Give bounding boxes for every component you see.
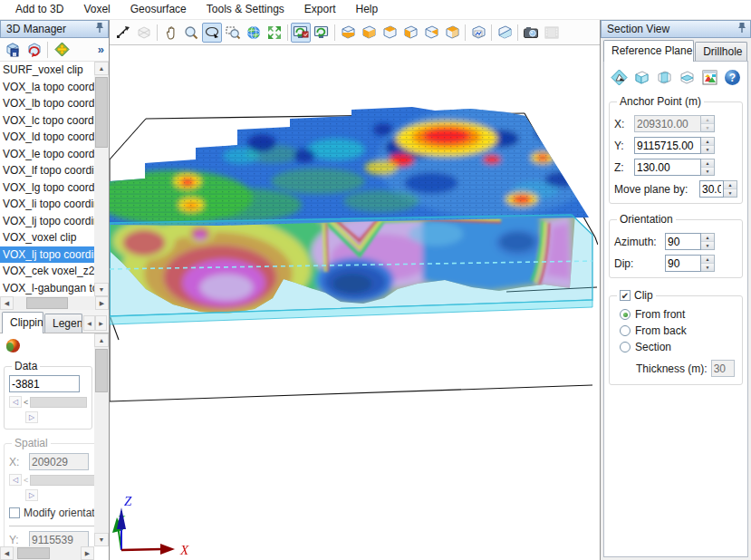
anchor-z-input[interactable] bbox=[634, 159, 701, 176]
tree-item[interactable]: VOX_lf topo coordinat bbox=[0, 162, 94, 179]
help-icon[interactable]: ? bbox=[722, 67, 742, 87]
reload-view-button[interactable] bbox=[24, 40, 43, 60]
tree-item[interactable]: VOX_ld topo coordinat bbox=[0, 129, 94, 146]
cube-stats-icon[interactable] bbox=[468, 23, 488, 43]
tree-item[interactable]: SURF_voxel clip bbox=[0, 62, 94, 79]
menu-geosurface[interactable]: Geosurface bbox=[120, 0, 197, 19]
scroll-left-icon[interactable]: ◀ bbox=[0, 296, 14, 310]
fit-to-extents-icon[interactable] bbox=[265, 23, 284, 43]
scroll-right-icon[interactable]: ▶ bbox=[81, 546, 94, 560]
tab-scroll-right-icon[interactable]: ▶ bbox=[95, 315, 107, 331]
spin-up-icon[interactable]: ▲ bbox=[701, 116, 714, 124]
group-objects-icon[interactable] bbox=[134, 23, 154, 43]
lasso-select-icon[interactable] bbox=[202, 23, 222, 43]
spatial-slider[interactable] bbox=[30, 475, 94, 486]
tab-reference-plane[interactable]: Reference Plane bbox=[603, 40, 694, 62]
tab-drillhole[interactable]: Drillhole bbox=[695, 42, 747, 61]
zoom-icon[interactable] bbox=[181, 23, 201, 43]
scrollbar-thumb[interactable] bbox=[26, 297, 68, 309]
spin-down-icon[interactable]: ▼ bbox=[701, 146, 714, 153]
zoom-box-icon[interactable] bbox=[223, 23, 243, 43]
anchor-x-input[interactable] bbox=[634, 115, 701, 132]
scrollbar-thumb[interactable] bbox=[95, 349, 108, 392]
3d-scene[interactable]: Y Z X bbox=[110, 45, 598, 560]
clipping-plane[interactable] bbox=[110, 215, 592, 324]
tab-legend[interactable]: Legend bbox=[44, 314, 82, 333]
spin-up-icon[interactable]: ▲ bbox=[701, 234, 714, 242]
tree-item[interactable]: VOX_cek voxel_z2 bbox=[0, 263, 94, 280]
spin-up-icon[interactable]: ▲ bbox=[701, 159, 714, 168]
view-cube-back-icon[interactable] bbox=[442, 23, 462, 43]
tree-item[interactable]: VOX_li topo coordinat bbox=[0, 196, 94, 213]
spatial-y-input[interactable] bbox=[29, 531, 89, 546]
step-first-icon[interactable]: ◁ bbox=[9, 396, 22, 408]
plane-horizontal-icon[interactable] bbox=[677, 67, 697, 87]
tree-item[interactable]: VOX_la topo coordinat bbox=[0, 79, 94, 96]
display-refresh-icon[interactable] bbox=[291, 23, 311, 43]
spin-down-icon[interactable]: ▼ bbox=[701, 242, 714, 249]
pin-icon[interactable] bbox=[737, 22, 746, 36]
clipping-vertical-scrollbar[interactable]: ▲ ▼ bbox=[94, 333, 109, 546]
expand-toolbar-button[interactable]: » bbox=[98, 43, 107, 56]
section-radio[interactable] bbox=[620, 342, 631, 352]
tab-scroll-left-icon[interactable]: ◀ bbox=[83, 315, 95, 331]
spin-down-icon[interactable]: ▼ bbox=[701, 124, 714, 131]
move-plane-input[interactable] bbox=[699, 180, 724, 198]
add-to-3d-button[interactable] bbox=[52, 40, 72, 60]
spin-down-icon[interactable]: ▼ bbox=[724, 189, 737, 197]
cube-section-icon[interactable] bbox=[495, 23, 515, 43]
scroll-up-icon[interactable]: ▲ bbox=[94, 333, 109, 347]
section-colors-icon[interactable] bbox=[699, 67, 719, 87]
scroll-left-icon[interactable]: ◀ bbox=[0, 546, 14, 560]
clip-checkbox[interactable]: ✔ bbox=[620, 290, 631, 301]
spin-up-icon[interactable]: ▲ bbox=[701, 138, 714, 146]
step-first-icon[interactable]: ◁ bbox=[9, 474, 22, 486]
step-forward-icon[interactable]: ▷ bbox=[25, 489, 38, 501]
view-cube-left-icon[interactable] bbox=[400, 23, 420, 43]
save-view-button[interactable] bbox=[2, 40, 22, 60]
from-front-radio[interactable] bbox=[620, 309, 631, 320]
spatial-x-input[interactable] bbox=[29, 453, 89, 470]
clipping-horizontal-scrollbar[interactable]: ◀ ▶ bbox=[0, 546, 94, 560]
tree-item[interactable]: VOX_lg topo coordinat bbox=[0, 179, 94, 197]
step-back-icon[interactable]: < bbox=[24, 398, 28, 407]
menu-export[interactable]: Export bbox=[294, 0, 346, 19]
section-plane-icon[interactable] bbox=[610, 67, 630, 87]
scroll-down-icon[interactable]: ▼ bbox=[94, 533, 109, 546]
tree-item[interactable]: VOX_lj topo coordinat bbox=[0, 213, 94, 230]
menu-help[interactable]: Help bbox=[346, 0, 389, 19]
scroll-down-icon[interactable]: ▼ bbox=[94, 283, 109, 296]
snapshot-icon[interactable] bbox=[521, 23, 541, 43]
menu-add-to-3d[interactable]: Add to 3D bbox=[5, 0, 73, 19]
scrollbar-thumb[interactable] bbox=[95, 77, 108, 148]
spin-up-icon[interactable]: ▲ bbox=[701, 256, 714, 264]
snap-point-icon[interactable] bbox=[113, 23, 133, 43]
anchor-y-input[interactable] bbox=[634, 137, 701, 154]
tree-vertical-scrollbar[interactable]: ▲ ▼ bbox=[94, 62, 109, 296]
spin-down-icon[interactable]: ▼ bbox=[701, 264, 714, 271]
menu-voxel[interactable]: Voxel bbox=[73, 0, 120, 19]
tab-clipping[interactable]: Clipping bbox=[2, 312, 43, 333]
color-sphere-icon[interactable] bbox=[5, 338, 21, 356]
view-cube-top-icon[interactable] bbox=[380, 23, 400, 43]
tree-horizontal-scrollbar[interactable]: ◀ ▶ bbox=[0, 296, 109, 310]
step-forward-icon[interactable]: ▷ bbox=[25, 411, 38, 423]
pan-icon[interactable] bbox=[160, 23, 180, 43]
scroll-right-icon[interactable]: ▶ bbox=[95, 296, 109, 310]
tree-item[interactable]: VOX_l-gabungan topo bbox=[0, 280, 94, 297]
from-back-radio[interactable] bbox=[620, 325, 631, 336]
data-min-input[interactable] bbox=[9, 375, 80, 392]
view-cube-corner-icon[interactable] bbox=[421, 23, 441, 43]
scroll-up-icon[interactable]: ▲ bbox=[94, 62, 109, 75]
view-cube-front-icon[interactable] bbox=[359, 23, 379, 43]
display-sync-icon[interactable] bbox=[312, 23, 332, 43]
dip-input[interactable] bbox=[665, 255, 701, 272]
tree-item[interactable]: VOX_voxel clip bbox=[0, 229, 94, 246]
menu-tools-settings[interactable]: Tools & Settings bbox=[197, 0, 294, 19]
data-slider[interactable] bbox=[30, 397, 87, 408]
modify-orientation-checkbox[interactable] bbox=[9, 507, 20, 518]
spin-up-icon[interactable]: ▲ bbox=[724, 181, 737, 189]
scrollbar-thumb[interactable] bbox=[17, 547, 50, 559]
spin-down-icon[interactable]: ▼ bbox=[701, 168, 714, 175]
thickness-input[interactable] bbox=[711, 360, 735, 377]
